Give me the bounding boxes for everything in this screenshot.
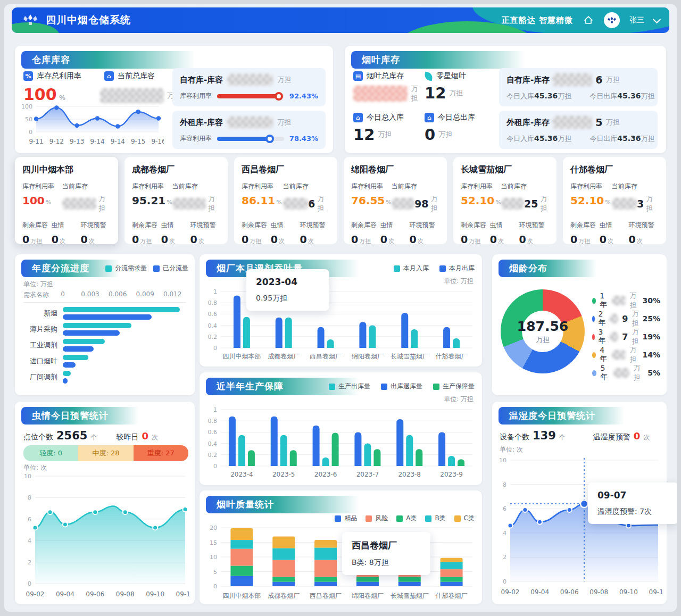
flow-bars[interactable]: 新烟薄片采购工业调剂进口烟叶厂间调剂 — [23, 305, 186, 385]
header-motto: 正直豁达 智慧精微 — [502, 15, 573, 26]
factory-card-0[interactable]: 四川中烟本部库存利用率100%当前库存万担剩余库容0万担虫情0次环境预警0次 — [15, 157, 118, 244]
card-title: 年度分流进度 — [32, 262, 89, 274]
production-chart[interactable]: 00.20.40.60.812023-42023-52023-62023-720… — [205, 403, 477, 481]
unit-note: 单位: 次 — [500, 445, 523, 454]
factory-remain: 剩余库容0万担 — [242, 221, 271, 245]
slider-knob[interactable] — [265, 135, 274, 143]
legend-label: 本月出库 — [449, 264, 475, 273]
card-annual-flow: 年度分流进度 分流需求量已分流量 单位: 万担 需求名称 00.0030.006… — [15, 254, 195, 395]
legend-item[interactable]: A类 — [396, 514, 417, 523]
legend-item[interactable]: 精品 — [335, 514, 357, 523]
flow-bar-demand[interactable] — [63, 339, 105, 344]
remain-label: 剩余库容 — [570, 221, 600, 230]
quality-chart[interactable]: 05101520四川中烟本部成都卷烟厂西昌卷烟厂绵阳卷烟厂长城雪茄烟厂什邡卷烟厂 — [205, 523, 477, 602]
card-title-banner: 烟叶质量统计 — [206, 496, 366, 513]
flow-bar-done[interactable] — [63, 314, 152, 320]
stock-label: 当前库存 — [612, 182, 659, 191]
legend-item[interactable]: 风险 — [366, 514, 388, 523]
flow-bar-done[interactable] — [63, 346, 94, 352]
age-legend-item-1[interactable]: 2年9万担25% — [592, 310, 660, 328]
age-legend-item-2[interactable]: 3年7万担19% — [592, 328, 660, 346]
slider-knob[interactable] — [275, 92, 283, 101]
rate-unit: % — [495, 199, 501, 206]
legend-item[interactable]: 生产出库量 — [329, 382, 370, 391]
legend-item[interactable]: 本月出库 — [439, 264, 475, 273]
card-monthly-throughput: 烟厂本月调剂吞吐量 本月入库本月出库 单位: 万担 00.20.40.60.81… — [200, 254, 482, 367]
home-icon[interactable] — [583, 14, 594, 26]
pest-chart[interactable]: 024681009-0209-0409-0609-0809-1009-12 — [19, 471, 190, 602]
chevron-down-icon[interactable] — [653, 15, 661, 23]
age-legend-item-4[interactable]: 5年万担5% — [592, 364, 660, 382]
stock-unit: 万担 — [431, 194, 443, 213]
pest-pill-0: 轻度: 0 — [23, 445, 78, 461]
legend-swatch — [105, 265, 112, 272]
stat-unit: 万担 — [438, 130, 452, 139]
factory-remain: 剩余库容0万担 — [461, 221, 490, 245]
pest-pill-2: 重度: 27 — [134, 445, 188, 461]
legend-swatch — [366, 515, 372, 522]
env-unit: 次 — [527, 238, 533, 245]
svg-text:绵阳卷烟厂: 绵阳卷烟厂 — [352, 353, 384, 360]
legend-item[interactable]: C类 — [454, 514, 475, 523]
legend-swatch — [592, 370, 596, 376]
flow-bar-demand[interactable] — [63, 323, 131, 328]
factory-card-4[interactable]: 长城雪茄烟厂库存利用率52.10%当前库存25万担剩余库容0万担虫情0次环境预警… — [453, 157, 557, 244]
capacity-trend-chart[interactable]: 0501009-119-129-139-149-149-159-16 — [19, 102, 164, 149]
age-label: 4年 — [600, 346, 608, 364]
stock-unit: 万担 — [541, 194, 552, 213]
flow-bar-demand[interactable] — [63, 371, 71, 376]
age-pct: 14% — [642, 351, 660, 359]
env-value: 0次 — [300, 234, 329, 245]
leaf-stat-2: ⌂今日总入库12万担 — [353, 113, 425, 144]
pest-label: 虫情 — [271, 221, 300, 230]
legend-swatch — [592, 298, 596, 304]
legend-item[interactable]: B类 — [425, 514, 445, 523]
factory-card-3[interactable]: 绵阳卷烟厂库存利用率76.55%当前库存98万担剩余库容0万担虫情0次环境预警0… — [344, 157, 447, 244]
pest-label: 虫情 — [161, 221, 190, 230]
rented-capacity-slider[interactable] — [217, 137, 284, 141]
svg-text:四川中烟本部: 四川中烟本部 — [222, 592, 261, 600]
legend-item[interactable]: 本月入库 — [394, 264, 429, 273]
humidity-chart[interactable]: 024681009-0209-0409-0609-0809-1009-12 — [495, 454, 663, 601]
card-title: 烟叶质量统计 — [217, 498, 274, 511]
legend-swatch — [592, 316, 595, 322]
legend-item[interactable]: 已分流量 — [153, 264, 188, 273]
legend-item[interactable]: 出库退库量 — [381, 382, 422, 391]
legend-item[interactable]: 分流需求量 — [105, 264, 147, 273]
factory-card-1[interactable]: 成都卷烟厂库存利用率95.21%当前库存万担剩余库容0万担虫情0次环境预警0次 — [124, 157, 228, 244]
age-legend-item-3[interactable]: 4年万担14% — [592, 346, 660, 364]
svg-text:1: 1 — [213, 288, 217, 295]
avatar[interactable] — [604, 12, 620, 28]
stock-value: 3万担 — [612, 194, 659, 213]
card-title: 虫情今日预警统计 — [32, 410, 109, 422]
flow-bar-demand[interactable] — [63, 307, 180, 312]
age-suffix: 9 — [622, 314, 628, 324]
throughput-chart[interactable]: 00.20.40.60.81四川中烟本部成都卷烟厂西昌卷烟厂绵阳卷烟厂长城雪茄烟… — [205, 285, 477, 363]
flow-row-0: 新烟 — [23, 305, 186, 321]
legend-item[interactable]: 生产保障量 — [433, 382, 475, 391]
card-title-banner: 温湿度今日预警统计 — [499, 407, 629, 424]
legend-swatch — [433, 384, 439, 390]
factory-remain: 剩余库容0万担 — [570, 221, 600, 245]
user-name[interactable]: 张三 — [629, 15, 644, 25]
flow-row-3: 进口烟叶 — [23, 353, 186, 369]
env-value: 0次 — [190, 234, 220, 245]
age-legend-item-0[interactable]: 1年万担30% — [592, 292, 660, 310]
card-age-distribution: 烟龄分布 187.56 万担 1年万担30%2年9万担25%3年7万担19%4年… — [492, 254, 667, 395]
rate-label: 库存利用率 — [22, 182, 62, 191]
legend-label: 分流需求量 — [115, 264, 147, 273]
flow-bar-demand[interactable] — [63, 355, 88, 360]
factory-card-5[interactable]: 什邡卷烟厂库存利用率52.10%当前库存3万担剩余库容0万担虫情0次环境预警0次 — [563, 157, 666, 244]
svg-text:8: 8 — [503, 481, 506, 488]
own-capacity-slider[interactable] — [217, 94, 284, 98]
svg-text:9-13: 9-13 — [70, 138, 84, 145]
flow-bar-done[interactable] — [63, 330, 120, 336]
factory-card-2[interactable]: 西昌卷烟厂库存利用率86.11%当前库存6万担剩余库容0万担虫情0次环境预警0次 — [234, 157, 337, 244]
flow-bar-done[interactable] — [63, 362, 76, 368]
subcard-name: 自有库-库存 — [506, 75, 550, 85]
factory-stock: 当前库存25万担 — [501, 182, 552, 213]
env-label: 环境预警 — [410, 221, 439, 230]
card-title: 烟叶库存 — [362, 54, 400, 66]
flow-bar-done[interactable] — [63, 378, 68, 384]
factory-rate: 库存利用率95.21% — [132, 182, 172, 213]
